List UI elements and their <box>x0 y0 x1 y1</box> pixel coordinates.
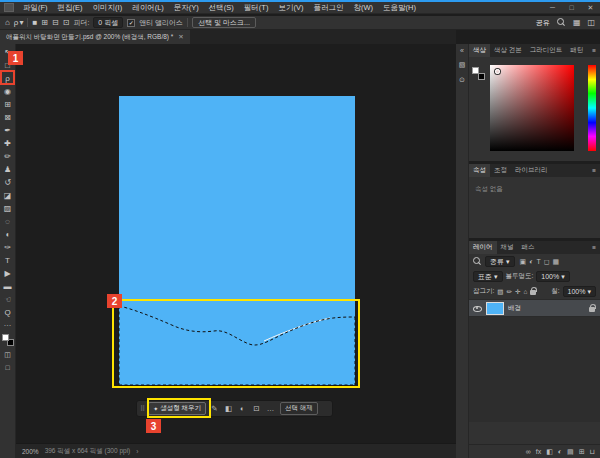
maximize-button[interactable]: □ <box>562 2 581 13</box>
panel-menu-icon[interactable]: ≡ <box>588 44 600 57</box>
feather-input[interactable]: 0 픽셀 <box>93 17 123 28</box>
menu-help[interactable]: 도움말(H) <box>378 3 421 13</box>
subtract-selection-mode-button[interactable]: ⊟ <box>52 18 59 27</box>
layer-style-icon[interactable]: fx <box>536 448 541 455</box>
blend-mode-dropdown[interactable]: 표준 ▾ <box>473 271 503 282</box>
shape-tool[interactable]: ▬ <box>1 280 15 293</box>
document-tab[interactable]: 애플워치 바탕화면 만들기.psd @ 200% (배경색, RGB/8) * … <box>0 30 190 44</box>
eraser-tool[interactable]: ◪ <box>1 189 15 202</box>
brush-tool[interactable]: ✏ <box>1 150 15 163</box>
tool-preset[interactable]: ρ ▾ <box>14 18 24 27</box>
background-lock-icon[interactable] <box>589 304 596 313</box>
tab-adjustments[interactable]: 조정 <box>490 164 511 177</box>
hand-tool[interactable]: ☜ <box>1 293 15 306</box>
opacity-dropdown[interactable]: 100% ▾ <box>536 271 569 282</box>
share-button[interactable]: 공유 <box>536 18 550 28</box>
filter-adjustment-icon[interactable]: ◐ <box>529 258 533 266</box>
workspace-icon[interactable]: ▦ <box>573 18 581 27</box>
type-tool[interactable]: T <box>1 254 15 267</box>
delete-layer-icon[interactable]: ⊔ <box>590 448 595 456</box>
invert-selection-icon[interactable]: ◐ <box>237 404 248 413</box>
lock-pixels-icon[interactable]: ✏ <box>506 288 511 296</box>
panel-toggle-icon[interactable]: ◫ <box>587 18 595 27</box>
antialias-checkbox[interactable]: ✓ <box>127 19 135 27</box>
modify-selection-icon[interactable]: ✎ <box>209 404 220 413</box>
history-brush-tool[interactable]: ↺ <box>1 176 15 189</box>
path-select-tool[interactable]: ▶ <box>1 267 15 280</box>
zoom-level[interactable]: 200% <box>22 448 39 455</box>
layer-thumbnail[interactable] <box>486 302 504 315</box>
hue-slider[interactable] <box>588 65 596 151</box>
tab-layers[interactable]: 레이어 <box>469 241 497 254</box>
new-group-icon[interactable]: ▤ <box>567 448 574 456</box>
transform-icon[interactable]: ⊡ <box>251 404 262 413</box>
filter-shape-icon[interactable]: ◻ <box>544 258 550 266</box>
filter-type-icon[interactable]: T <box>536 258 540 266</box>
tab-close-icon[interactable]: ✕ <box>178 33 183 41</box>
healing-brush-tool[interactable]: ✚ <box>1 137 15 150</box>
select-and-mask-button[interactable]: 선택 및 마스크... <box>192 17 256 28</box>
quick-mask-icon[interactable]: ◫ <box>4 351 11 359</box>
menu-type[interactable]: 문자(Y) <box>169 3 204 13</box>
layer-row-background[interactable]: 배경 <box>469 299 600 317</box>
intersect-selection-mode-button[interactable]: ⊡ <box>63 18 70 27</box>
saturation-value-picker[interactable] <box>490 65 574 151</box>
panel-menu-icon[interactable]: ≡ <box>588 241 600 254</box>
foreground-color-swatch[interactable] <box>2 334 9 341</box>
lasso-tool[interactable]: ρ <box>1 72 15 85</box>
status-chevron-icon[interactable]: › <box>136 448 138 455</box>
filter-smart-icon[interactable]: ▦ <box>552 258 559 266</box>
menu-filter[interactable]: 필터(T) <box>239 3 274 13</box>
panel-menu-icon[interactable]: ≡ <box>588 164 600 177</box>
new-selection-mode-button[interactable]: ■ <box>32 18 37 27</box>
tab-channels[interactable]: 채널 <box>497 241 518 254</box>
lock-all-icon[interactable] <box>530 287 537 296</box>
canvas-area[interactable]: ⠿ ✦ 생성형 채우기 ✎ ◧ ◐ ⊡ … 선택 해제 <box>16 44 456 443</box>
screen-mode-icon[interactable]: □ <box>5 364 9 371</box>
clone-stamp-tool[interactable]: ♟ <box>1 163 15 176</box>
adjustment-layer-icon[interactable]: ◐ <box>558 448 562 455</box>
lock-position-icon[interactable]: ✛ <box>515 288 520 296</box>
dodge-tool[interactable]: ◖ <box>1 228 15 241</box>
add-selection-mode-button[interactable]: ⊞ <box>41 18 48 27</box>
crop-tool[interactable]: ⊞ <box>1 98 15 111</box>
collapse-panels-icon[interactable]: « <box>460 47 464 54</box>
generative-fill-button[interactable]: ✦ 생성형 채우기 <box>148 402 206 415</box>
tab-color[interactable]: 색상 <box>469 44 490 57</box>
layer-visibility-icon[interactable] <box>473 304 482 313</box>
eyedropper-tool[interactable]: ✒ <box>1 124 15 137</box>
color-swatches[interactable] <box>2 334 14 346</box>
panel-color-swatches[interactable] <box>472 67 485 80</box>
tab-paths[interactable]: 패스 <box>518 241 539 254</box>
menu-plugins[interactable]: 플러그인 <box>308 3 348 13</box>
menu-select[interactable]: 선택(S) <box>204 3 239 13</box>
fill-dropdown[interactable]: 100% ▾ <box>563 286 596 297</box>
tab-gradients[interactable]: 그라디언트 <box>526 44 567 57</box>
foreground-color-swatch[interactable] <box>472 67 479 74</box>
home-icon[interactable]: ⌂ <box>5 18 10 27</box>
tab-swatches[interactable]: 색상 견본 <box>490 44 526 57</box>
menu-view[interactable]: 보기(V) <box>273 3 308 13</box>
menu-window[interactable]: 창(W) <box>348 3 378 13</box>
object-selection-tool[interactable]: ◉ <box>1 85 15 98</box>
pen-tool[interactable]: ✑ <box>1 241 15 254</box>
minimize-button[interactable]: ─ <box>543 2 562 13</box>
taskbar-drag-handle[interactable]: ⠿ <box>140 405 145 413</box>
menu-file[interactable]: 파일(F) <box>18 3 53 13</box>
link-layers-icon[interactable]: ∞ <box>526 448 531 455</box>
deselect-button[interactable]: 선택 해제 <box>280 402 318 415</box>
search-icon[interactable] <box>557 18 566 27</box>
more-options-icon[interactable]: … <box>265 404 276 413</box>
gradient-tool[interactable]: ▨ <box>1 202 15 215</box>
lock-transparent-icon[interactable]: ▨ <box>497 288 503 296</box>
tab-patterns[interactable]: 패턴 <box>566 44 587 57</box>
tab-properties[interactable]: 속성 <box>469 164 490 177</box>
lock-artboard-icon[interactable]: ⌂ <box>523 288 527 295</box>
menu-layer[interactable]: 레이어(L) <box>127 3 169 13</box>
collapsed-panel-icon-2[interactable]: ⊙ <box>459 76 465 84</box>
collapsed-panel-icon-1[interactable]: ▧ <box>459 61 466 69</box>
edit-toolbar-icon[interactable]: … <box>4 319 12 329</box>
background-color-swatch[interactable] <box>478 73 485 80</box>
tab-libraries[interactable]: 라이브러리 <box>511 164 552 177</box>
blur-tool[interactable]: ◌ <box>1 215 15 228</box>
